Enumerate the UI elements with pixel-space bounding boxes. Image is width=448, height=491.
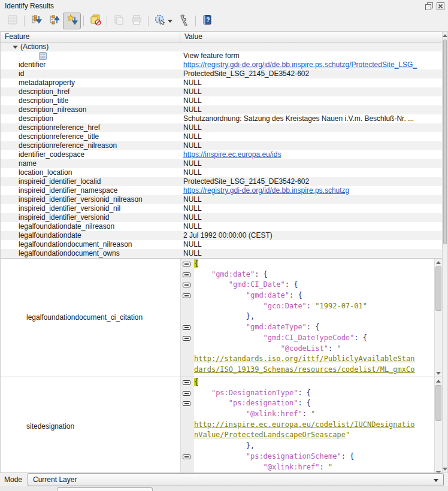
scrollbar-thumb[interactable]: [435, 266, 441, 311]
value-link[interactable]: https://inspire.ec.europa.eu/ids: [183, 150, 281, 159]
print-response-button[interactable]: [128, 13, 146, 29]
table-row[interactable]: inspireid_identifier_namespacehttps://re…: [1, 186, 442, 195]
editor-scrollbar[interactable]: [434, 377, 442, 473]
identify-mode-button[interactable]: i: [151, 13, 175, 29]
clear-results-button[interactable]: [86, 13, 104, 29]
table-row[interactable]: inspireid_identifier_versionidNULL: [1, 213, 442, 222]
identify-settings-button[interactable]: [175, 13, 193, 29]
fold-marker-icon[interactable]: [183, 283, 190, 287]
scroll-up-arrow-icon[interactable]: [443, 32, 447, 39]
fold-gutter: [181, 365, 194, 375]
attribute-name: inspireid_identifier_versionid: [1, 213, 180, 222]
table-row[interactable]: descriptionSchutzanordnung: Satzung des …: [1, 114, 442, 123]
attribute-value: NULL: [180, 87, 442, 96]
expander-icon[interactable]: [13, 44, 18, 50]
scroll-up-arrow-icon[interactable]: [435, 259, 442, 266]
code-line: "gmd:CI_Date": {: [181, 280, 434, 290]
action-label[interactable]: View feature form: [180, 51, 442, 60]
table-row[interactable]: inspireid_identifier_versionid_nilreason…: [1, 195, 442, 204]
mode-combobox[interactable]: Current Layer: [28, 473, 444, 486]
scroll-down-arrow-icon[interactable]: [443, 465, 447, 472]
table-row[interactable]: legalfoundationdocument_ownsNULL: [1, 249, 442, 258]
fold-marker-icon[interactable]: [183, 325, 190, 330]
fold-marker-icon[interactable]: [183, 293, 190, 298]
attribute-name: legalfoundationdate_nilreason: [1, 222, 180, 231]
table-row[interactable]: location_locationNULL: [1, 168, 442, 177]
code-line: {: [181, 259, 434, 269]
table-row[interactable]: View feature form: [1, 51, 442, 60]
fold-gutter: [181, 398, 194, 409]
table-row[interactable]: descriptionreference_hrefNULL: [1, 123, 442, 132]
column-header-feature[interactable]: Feature: [1, 32, 180, 42]
help-button[interactable]: ?: [198, 13, 216, 29]
table-row[interactable]: (Actions): [1, 43, 442, 51]
code-text: "gmd:CI_Date": {: [194, 280, 298, 290]
float-panel-icon[interactable]: [425, 2, 433, 10]
column-header-value[interactable]: Value: [180, 32, 442, 42]
partial-widget-edge: [57, 487, 153, 491]
bottom-strip: [0, 486, 448, 491]
scroll-down-arrow-icon[interactable]: [435, 369, 442, 377]
table-row[interactable]: nameNULL: [1, 159, 442, 168]
clear-results-icon: [89, 14, 101, 28]
json-code-viewer[interactable]: { "ps:DesignationType": { "ps:designatio…: [180, 377, 442, 473]
collapse-tree-button[interactable]: [45, 13, 63, 29]
editor-scrollbar[interactable]: [434, 259, 442, 377]
table-row[interactable]: descriptionreference_titleNULL: [1, 132, 442, 141]
attribute-value: NULL: [180, 213, 442, 222]
fold-marker-icon[interactable]: [183, 391, 190, 396]
table-row[interactable]: identifierhttps://registry.gdi-de.org/id…: [1, 60, 442, 69]
table-row[interactable]: description_hrefNULL: [1, 87, 442, 96]
expand-tree-button[interactable]: [27, 13, 45, 29]
code-text: nValue/ProtectedLandscapeOrSeascape": [194, 430, 350, 441]
attribute-value: NULL: [180, 195, 442, 204]
open-form-button[interactable]: [4, 13, 22, 29]
fold-marker-icon[interactable]: [183, 262, 190, 266]
fold-marker-icon[interactable]: [183, 380, 190, 385]
scroll-up-arrow-icon[interactable]: [435, 377, 442, 384]
table-row[interactable]: legalfoundationdocument_ci_citation{ "gm…: [1, 258, 442, 377]
attribute-name: description_href: [1, 87, 180, 96]
table-row[interactable]: legalfoundationdate_nilreasonNULL: [1, 222, 442, 231]
copy-feature-button[interactable]: [110, 13, 128, 29]
attribute-name: descriptionreference_title: [1, 132, 180, 141]
code-line: "gmd:date": {: [181, 290, 434, 301]
code-text: "@xlink:href": ": [194, 409, 315, 420]
fold-gutter: [181, 344, 194, 354]
table-row[interactable]: description_nilreasonNULL: [1, 105, 442, 114]
table-row[interactable]: inspireid_identifier_localidProtectedSit…: [1, 177, 442, 186]
code-text: "gmd:dateType": {: [194, 322, 320, 333]
fold-marker-icon[interactable]: [183, 454, 190, 459]
toolbar-separator: [83, 16, 84, 26]
value-link[interactable]: https://registry.gdi-de.org/id/de.bb.ins…: [183, 186, 349, 195]
close-panel-icon[interactable]: [436, 2, 444, 10]
code-line: "ps:DesignationType": {: [181, 388, 434, 399]
table-row[interactable]: idProtectedSite_LSG_2145_DE3542-602: [1, 69, 442, 78]
scrollbar-thumb[interactable]: [443, 40, 447, 244]
code-line: },: [181, 311, 434, 322]
json-code-viewer[interactable]: { "gmd:date": { "gmd:CI_Date": { "gmd:da…: [180, 259, 442, 377]
table-row[interactable]: metadatapropertyNULL: [1, 78, 442, 87]
attribute-name: legalfoundationdocument_ci_citation: [1, 259, 180, 377]
attribute-value: Schutzanordnung: Satzung des Kreistages …: [180, 114, 442, 123]
fold-marker-icon[interactable]: [183, 401, 190, 406]
scrollbar-thumb[interactable]: [435, 385, 441, 421]
fold-gutter: [181, 322, 194, 333]
table-row[interactable]: sitedesignation{ "ps:DesignationType": {…: [1, 377, 442, 473]
fold-marker-icon[interactable]: [183, 272, 190, 277]
table-row[interactable]: description_titleNULL: [1, 96, 442, 105]
table-row[interactable]: inspireid_identifier_versionid_nilNULL: [1, 204, 442, 213]
attribute-name: inspireid_identifier_versionid_nil: [1, 204, 180, 213]
attribute-value: NULL: [180, 141, 442, 150]
attribute-value: NULL: [180, 78, 442, 87]
scroll-down-arrow-icon[interactable]: [435, 469, 442, 473]
expand-new-results-button[interactable]: [63, 13, 81, 29]
value-link[interactable]: https://registry.gdi-de.org/id/de.bb.ins…: [183, 60, 417, 69]
table-row[interactable]: legalfoundationdocument_nilreasonNULL: [1, 240, 442, 249]
table-row[interactable]: identifier_codespacehttps://inspire.ec.e…: [1, 150, 442, 159]
table-vertical-scrollbar[interactable]: [442, 31, 448, 473]
code-line: "gmd:date": {: [181, 269, 434, 280]
table-row[interactable]: descriptionreference_nilreasonNULL: [1, 141, 442, 150]
fold-marker-icon[interactable]: [183, 336, 190, 341]
table-row[interactable]: legalfoundationdate2 Jul 1992 00:00:00 (…: [1, 231, 442, 240]
